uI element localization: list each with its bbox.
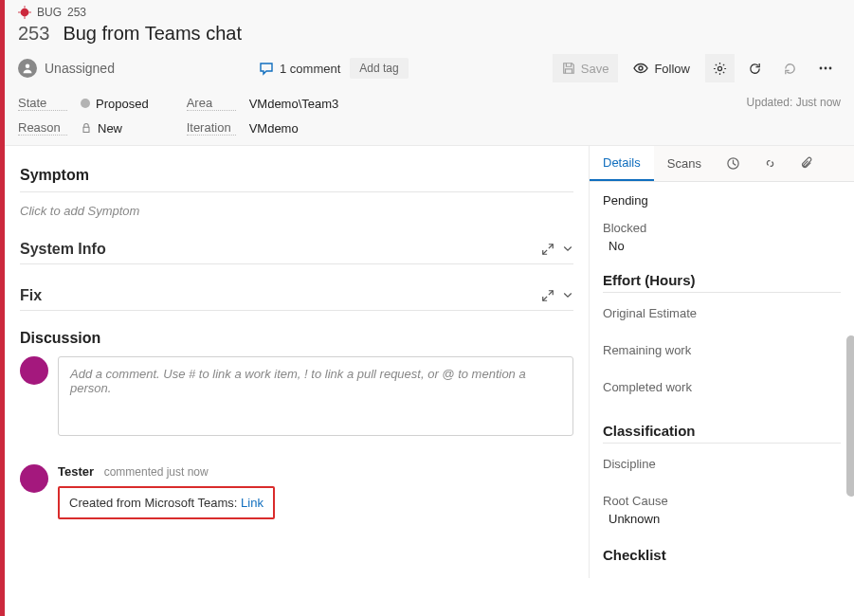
undo-icon: [783, 62, 797, 76]
expand-icon[interactable]: [541, 243, 554, 256]
comment-icon: [259, 61, 274, 76]
svg-point-5: [26, 64, 30, 69]
fix-section[interactable]: Fix: [20, 281, 573, 311]
follow-label: Follow: [654, 62, 690, 76]
save-label: Save: [581, 62, 609, 76]
teams-link[interactable]: Link: [241, 496, 263, 510]
lock-icon: [81, 122, 92, 134]
link-icon: [763, 156, 777, 171]
pending-value: Pending: [603, 193, 841, 208]
comment-content: Created from Microsoft Teams: Link: [58, 486, 275, 519]
tab-details[interactable]: Details: [590, 146, 654, 181]
original-estimate-label[interactable]: Original Estimate: [603, 306, 841, 320]
area-value[interactable]: VMdemo\Team3: [249, 97, 339, 111]
scrollbar-thumb[interactable]: [846, 335, 854, 497]
assignee-label: Unassigned: [45, 61, 115, 76]
svg-rect-11: [83, 127, 89, 132]
area-label: Area: [187, 96, 236, 111]
comment-input[interactable]: Add a comment. Use # to link a work item…: [58, 356, 573, 436]
root-cause-value[interactable]: Unknown: [603, 512, 841, 526]
svg-point-6: [639, 66, 643, 70]
comment-author: Tester: [58, 464, 94, 479]
effort-heading: Effort (Hours): [603, 272, 841, 288]
breadcrumb-id: 253: [67, 6, 86, 19]
tab-links[interactable]: [752, 147, 789, 180]
reason-value[interactable]: New: [81, 121, 122, 136]
remaining-work-label[interactable]: Remaining work: [603, 343, 841, 357]
fix-heading: Fix: [20, 287, 42, 304]
toolbar: Save Follow: [553, 54, 841, 82]
settings-button[interactable]: [705, 54, 735, 82]
comment-item: Tester commented just now Created from M…: [20, 464, 573, 519]
refresh-button[interactable]: [740, 54, 770, 82]
bug-icon: [18, 6, 31, 19]
svg-point-0: [21, 9, 29, 17]
svg-point-10: [829, 67, 832, 70]
work-item-id: 253: [18, 23, 49, 45]
updated-label: Updated: Just now: [747, 96, 841, 136]
discipline-label[interactable]: Discipline: [603, 457, 841, 471]
refresh-icon: [748, 62, 762, 76]
breadcrumb: BUG 253: [18, 6, 841, 19]
iteration-label: Iteration: [187, 120, 236, 136]
root-cause-label: Root Cause: [603, 494, 841, 508]
work-item-header: BUG 253 253 Bug from Teams chat Unassign…: [5, 0, 854, 146]
comment-count[interactable]: 1 comment: [259, 61, 340, 76]
save-button[interactable]: Save: [553, 54, 619, 82]
classification-heading: Classification: [603, 423, 841, 439]
state-value[interactable]: Proposed: [81, 97, 149, 111]
follow-button[interactable]: Follow: [624, 54, 700, 82]
tab-scans[interactable]: Scans: [654, 147, 715, 180]
state-label: State: [18, 96, 67, 111]
chevron-down-icon[interactable]: [562, 289, 573, 302]
breadcrumb-type: BUG: [37, 6, 62, 19]
svg-point-9: [825, 67, 827, 70]
work-item-accent-bar: [0, 0, 5, 616]
more-actions-button[interactable]: [810, 54, 841, 82]
tab-history[interactable]: [715, 147, 752, 180]
comment-author-avatar: [20, 464, 48, 493]
eye-icon: [633, 61, 648, 76]
undo-button[interactable]: [775, 54, 805, 82]
history-icon: [726, 156, 740, 171]
blocked-label: Blocked: [603, 221, 841, 235]
svg-point-7: [718, 66, 721, 70]
system-info-heading: System Info: [20, 241, 106, 258]
details-tabs: Details Scans: [590, 146, 854, 182]
state-dot-icon: [81, 99, 90, 108]
more-icon: [818, 61, 833, 76]
chevron-down-icon[interactable]: [562, 243, 573, 256]
current-user-avatar: [20, 356, 48, 385]
add-tag-button[interactable]: Add tag: [350, 58, 408, 79]
expand-icon[interactable]: [541, 289, 554, 302]
iteration-value[interactable]: VMdemo: [249, 121, 299, 136]
save-icon: [562, 62, 575, 75]
comment-timestamp: commented just now: [104, 465, 209, 479]
symptom-input[interactable]: Click to add Symptom: [20, 200, 573, 235]
blocked-value[interactable]: No: [603, 239, 841, 253]
reason-label: Reason: [18, 120, 67, 136]
gear-icon: [713, 62, 727, 76]
work-item-title[interactable]: Bug from Teams chat: [63, 23, 242, 45]
details-pane: Details Scans Pending Blocked No Effort …: [589, 146, 854, 578]
completed-work-label[interactable]: Completed work: [603, 380, 841, 394]
symptom-heading: Symptom: [20, 167, 573, 184]
checklist-heading: Checklist: [603, 547, 841, 563]
system-info-section[interactable]: System Info: [20, 235, 573, 264]
tab-attachments[interactable]: [789, 147, 826, 180]
main-panel: Symptom Click to add Symptom System Info…: [5, 146, 589, 578]
assignee-picker[interactable]: Unassigned: [18, 59, 115, 78]
svg-point-8: [820, 67, 823, 70]
comment-count-label: 1 comment: [280, 62, 340, 76]
discussion-heading: Discussion: [20, 330, 573, 347]
comment-text: Created from Microsoft Teams:: [69, 496, 241, 510]
person-icon: [18, 59, 37, 78]
attachment-icon: [800, 156, 814, 171]
